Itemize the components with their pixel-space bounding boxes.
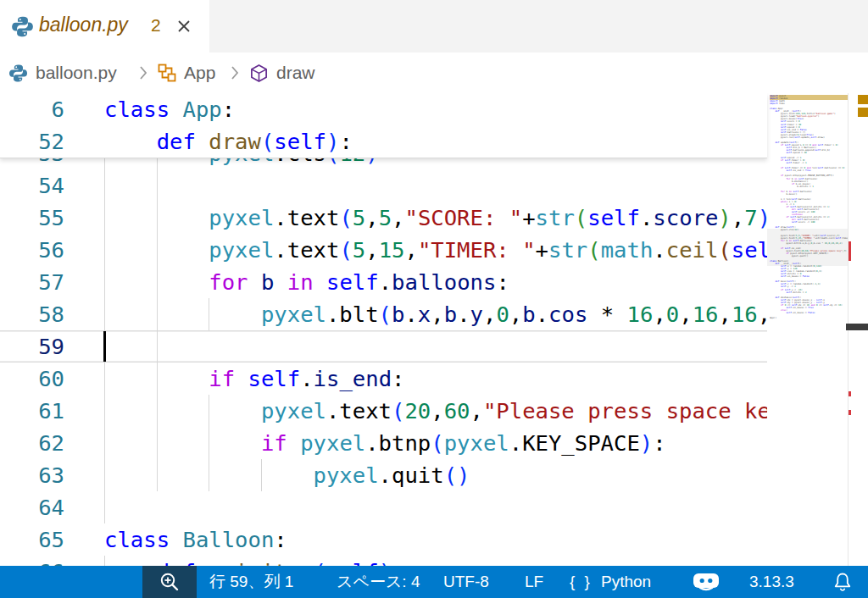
code-line: 65class Balloon: [0, 523, 767, 556]
line-number[interactable]: 60 [0, 363, 64, 395]
line-number[interactable]: 66 [0, 556, 64, 566]
tab-title: balloon.py [39, 14, 128, 36]
line-number[interactable]: 65 [0, 523, 64, 556]
tab-bar: balloon.py 2 [0, 0, 868, 53]
code-line: 57 for b in self.balloons: [0, 266, 767, 298]
warning-marker [858, 108, 868, 117]
cursor-position-marker [846, 324, 868, 330]
status-indentation[interactable]: スペース: 4 [337, 566, 420, 598]
line-number[interactable]: 58 [0, 298, 64, 330]
error-marker [849, 241, 851, 261]
sticky-line[interactable]: 6class App: [0, 93, 767, 125]
line-number[interactable]: 62 [0, 427, 64, 459]
zoom-in-magnifier-icon [158, 570, 181, 594]
python-icon [11, 15, 34, 38]
error-marker [849, 410, 851, 415]
chevron-right-icon [227, 64, 242, 82]
sticky-scroll[interactable]: 6class App:52 def draw(self): [0, 93, 767, 158]
status-encoding[interactable]: UTF-8 [443, 566, 489, 598]
sticky-line[interactable]: 52 def draw(self): [0, 125, 767, 158]
code-line: 58 pyxel.blt(b.x,b.y,0,b.cos * 16,0,16,1… [0, 298, 767, 330]
symbol-class-icon [158, 64, 176, 82]
line-number[interactable]: 54 [0, 169, 64, 202]
line-number[interactable]: 56 [0, 234, 64, 266]
line-number[interactable]: 57 [0, 266, 64, 298]
status-eol[interactable]: LF [525, 566, 543, 598]
code-line: 63 pyxel.quit() [0, 459, 767, 491]
status-language-mode[interactable]: { } Python [570, 566, 651, 598]
code-lines: 53 pyxel.cls(12)5455 pyxel.text(5,5,"SCO… [0, 93, 767, 566]
line-number[interactable]: 52 [0, 125, 64, 158]
breadcrumb-method-label: draw [276, 63, 315, 83]
code-line: 61 pyxel.text(20,60,"Please press space … [0, 395, 767, 427]
warning-marker [858, 95, 868, 104]
line-number[interactable]: 63 [0, 459, 64, 491]
status-copilot[interactable] [692, 566, 721, 598]
copilot-icon [692, 571, 721, 593]
chevron-right-icon [136, 64, 151, 82]
notifications-bell-icon[interactable] [832, 566, 853, 598]
line-number[interactable]: 59 [0, 330, 64, 363]
status-bar: 行 59、列 1 スペース: 4 UTF-8 LF { } Python [0, 566, 868, 598]
tab-problems-badge: 2 [151, 15, 161, 36]
symbol-method-icon [249, 64, 269, 83]
breadcrumb-class-app[interactable]: App [158, 53, 215, 93]
code-line: 66 def __init__(self): [0, 556, 767, 566]
breadcrumb-file[interactable]: balloon.py [8, 53, 117, 93]
status-zoom-item[interactable] [142, 566, 197, 598]
code-line: 59 [0, 330, 767, 363]
close-icon[interactable] [173, 15, 195, 37]
breadcrumb: balloon.py App [0, 53, 868, 93]
line-number[interactable]: 64 [0, 491, 64, 523]
code-line: 64 [0, 491, 767, 523]
status-python-version[interactable]: 3.13.3 [749, 566, 794, 598]
code-line: 55 pyxel.text(5,5,"SCORE: "+str(self.sco… [0, 202, 767, 234]
text-cursor [103, 331, 106, 362]
python-icon [8, 64, 28, 83]
minimap[interactable]: import pyxelimport randomimport mathimpo… [767, 93, 848, 566]
line-number[interactable]: 61 [0, 395, 64, 427]
tab-balloon-py[interactable]: balloon.py 2 [0, 0, 209, 53]
code-line: 54 [0, 169, 767, 202]
vscode-window: balloon.py 2 [0, 0, 868, 598]
editor-pane[interactable]: 53 pyxel.cls(12)5455 pyxel.text(5,5,"SCO… [0, 93, 868, 566]
overview-ruler-scrollbar[interactable] [848, 93, 868, 566]
code-line: 60 if self.is_end: [0, 363, 767, 395]
breadcrumb-method-draw[interactable]: draw [249, 53, 315, 93]
breadcrumb-class-label: App [184, 63, 215, 83]
language-label: Python [601, 573, 651, 591]
line-number[interactable]: 55 [0, 202, 64, 234]
error-marker [849, 391, 851, 396]
breadcrumb-file-label: balloon.py [36, 63, 117, 83]
status-line-col[interactable]: 行 59、列 1 [209, 566, 293, 598]
minimap-content: import pyxelimport randomimport mathimpo… [770, 95, 848, 319]
line-number[interactable]: 6 [0, 93, 64, 125]
braces-icon: { } [570, 573, 593, 591]
code-line: 56 pyxel.text(5,15,"TIMER: "+str(math.ce… [0, 234, 767, 266]
code-line: 62 if pyxel.btnp(pyxel.KEY_SPACE): [0, 427, 767, 459]
